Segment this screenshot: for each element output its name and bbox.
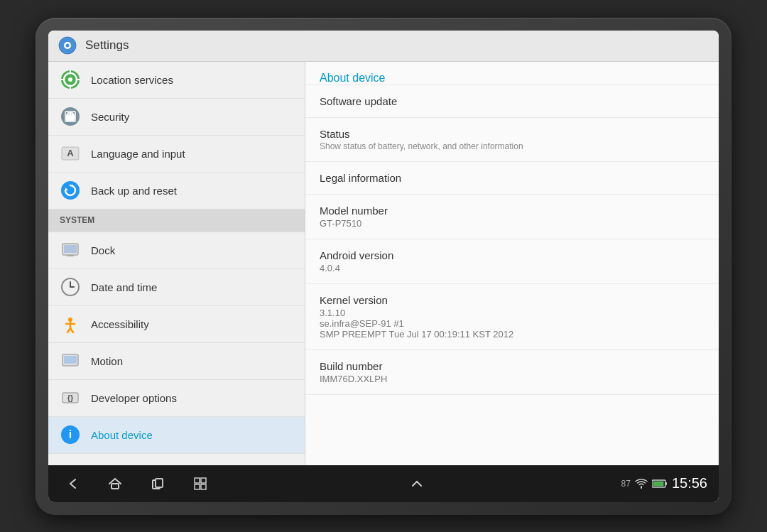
sidebar-label-location: Location services — [91, 74, 173, 86]
content-item-model: Model number GT-P7510 — [305, 195, 719, 239]
tablet-outer: Settings — [36, 18, 731, 515]
android-title: Android version — [320, 249, 705, 261]
svg-line-32 — [70, 328, 73, 332]
build-title: Build number — [320, 360, 705, 372]
nav-home-button[interactable] — [102, 471, 128, 496]
svg-rect-43 — [195, 478, 200, 483]
build-value: IMM76D.XXLPH — [320, 374, 705, 384]
sidebar-label-motion: Motion — [91, 355, 123, 367]
system-header-label: System — [60, 215, 94, 225]
dock-icon — [60, 239, 81, 261]
content-item-software-update[interactable]: Software update — [305, 85, 719, 118]
svg-rect-39 — [111, 484, 119, 489]
svg-rect-23 — [64, 245, 77, 253]
sidebar-item-accessibility[interactable]: Accessibility — [48, 306, 305, 343]
sidebar-item-datetime[interactable]: Date and time — [48, 269, 305, 306]
android-value: 4.0.4 — [320, 263, 705, 273]
svg-point-2 — [66, 44, 70, 48]
nav-recent-button[interactable] — [145, 471, 170, 496]
content-item-legal[interactable]: Legal information — [305, 162, 719, 195]
nav-menu-button[interactable] — [187, 471, 213, 496]
nav-back-button[interactable] — [60, 471, 85, 496]
status-title: Status — [320, 128, 705, 140]
android-ui: Settings — [48, 31, 719, 502]
sidebar-item-language[interactable]: A Language and input — [48, 136, 305, 173]
nav-right: 87 15 — [621, 475, 707, 492]
main-content: About device Software update Status Show… — [305, 62, 719, 465]
svg-text:A: A — [67, 148, 74, 158]
security-icon — [60, 106, 81, 127]
content-section-title: About device — [305, 62, 719, 85]
sidebar-label-about: About device — [91, 429, 153, 441]
svg-rect-48 — [653, 481, 663, 486]
sidebar-label-datetime: Date and time — [91, 281, 157, 293]
svg-rect-44 — [201, 478, 206, 483]
sidebar-label-security: Security — [91, 111, 129, 123]
status-subtitle: Show status of battery, network, and oth… — [320, 141, 705, 151]
settings-header-icon — [57, 35, 78, 56]
sidebar-label-developer: Developer options — [91, 392, 177, 404]
settings-title: Settings — [85, 38, 129, 53]
sidebar-item-backup[interactable]: Back up and reset — [48, 173, 305, 210]
nav-up-button[interactable] — [404, 471, 430, 496]
svg-point-20 — [61, 181, 80, 200]
settings-header: Settings — [48, 31, 719, 62]
svg-rect-34 — [64, 356, 77, 364]
sidebar: Location services — [48, 62, 305, 465]
datetime-icon — [60, 276, 81, 298]
language-icon: A — [60, 143, 81, 164]
svg-rect-24 — [67, 255, 74, 256]
accessibility-icon — [60, 313, 81, 335]
kernel-value: 3.1.10 se.infra@SEP-91 #1 SMP PREEMPT Tu… — [320, 308, 705, 340]
sidebar-item-dock[interactable]: Dock — [48, 232, 305, 269]
nav-buttons-left — [60, 471, 213, 496]
sidebar-label-backup: Back up and reset — [91, 185, 177, 197]
settings-icon — [58, 36, 77, 55]
software-update-title: Software update — [320, 95, 705, 107]
sidebar-item-about[interactable]: i About device — [48, 417, 305, 454]
kernel-title: Kernel version — [320, 294, 705, 306]
content-item-build: Build number IMM76D.XXLPH — [305, 350, 719, 395]
svg-rect-46 — [201, 484, 206, 489]
sidebar-item-location[interactable]: Location services — [48, 62, 305, 99]
settings-app: Settings — [48, 31, 719, 502]
wifi-icon — [635, 477, 648, 490]
content-item-android: Android version 4.0.4 — [305, 239, 719, 284]
svg-point-5 — [68, 77, 72, 82]
svg-rect-41 — [156, 479, 163, 487]
motion-icon — [60, 350, 81, 371]
sidebar-item-security[interactable]: Security — [48, 99, 305, 136]
svg-rect-45 — [195, 484, 200, 489]
model-title: Model number — [320, 205, 705, 217]
sidebar-item-developer[interactable]: {} Developer options — [48, 380, 305, 417]
developer-icon: {} — [60, 387, 81, 408]
sidebar-label-language: Language and input — [91, 148, 185, 160]
sidebar-item-motion[interactable]: Motion — [48, 343, 305, 380]
nav-center — [404, 471, 430, 496]
tablet-screen: Settings — [48, 31, 719, 502]
sidebar-section-system: System — [48, 210, 305, 232]
sidebar-label-accessibility: Accessibility — [91, 318, 149, 330]
content-item-status[interactable]: Status Show status of battery, network, … — [305, 118, 719, 162]
battery-percent: 87 — [621, 479, 631, 489]
location-icon — [60, 69, 81, 90]
sidebar-label-dock: Dock — [91, 244, 115, 256]
svg-rect-49 — [665, 482, 667, 485]
model-value: GT-P7510 — [320, 218, 705, 229]
nav-bar: 87 15 — [48, 465, 719, 502]
about-icon: i — [60, 424, 81, 445]
backup-icon — [60, 180, 81, 201]
legal-title: Legal information — [320, 172, 705, 184]
status-time: 15:56 — [672, 475, 707, 492]
battery-icon — [652, 479, 668, 489]
svg-text:i: i — [69, 428, 72, 440]
svg-text:{}: {} — [67, 393, 74, 402]
content-item-kernel: Kernel version 3.1.10 se.infra@SEP-91 #1… — [305, 284, 719, 350]
settings-body: Location services — [48, 62, 719, 465]
